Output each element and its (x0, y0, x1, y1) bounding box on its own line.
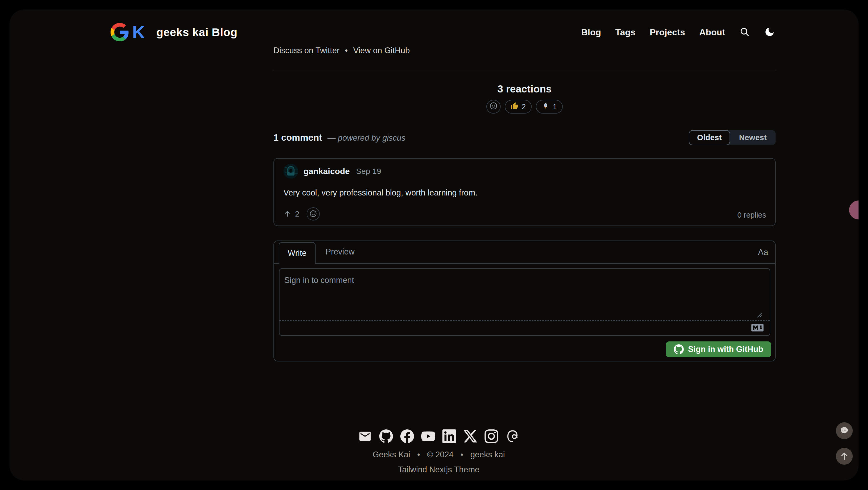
thumbs-up-icon (510, 102, 519, 112)
resize-handle[interactable] (755, 311, 763, 319)
chat-bubble-icon (840, 426, 849, 436)
site-title: geeks kai Blog (156, 26, 238, 39)
smiley-icon (309, 209, 317, 219)
view-github-link[interactable]: View on GitHub (353, 46, 410, 55)
rocket-icon (541, 102, 550, 112)
markdown-icon[interactable] (751, 323, 764, 333)
reactions-title: 3 reactions (274, 83, 776, 95)
top-nav: Blog Tags Projects About (581, 26, 775, 38)
nav-link-projects[interactable]: Projects (650, 27, 685, 37)
gk-logo-icon: K (111, 23, 144, 41)
moon-icon (764, 26, 775, 38)
arrow-up-icon (839, 451, 849, 462)
smiley-icon (489, 102, 498, 112)
comment-body: Very cool, very professional blog, worth… (283, 188, 477, 198)
upvote-count: 2 (295, 210, 299, 219)
comment-card: gankaicode Sep 19 Very cool, very profes… (274, 158, 776, 226)
theme-link[interactable]: Tailwind Nextjs Theme (398, 465, 479, 474)
footer-separator: • (461, 450, 463, 459)
footer-year: © 2024 (427, 450, 454, 459)
page: K geeks kai Blog Blog Tags Projects Abou… (9, 9, 859, 481)
comment-editor-card: Write Preview Aa Sign in to comment (274, 240, 776, 362)
social-github-icon[interactable] (379, 429, 393, 443)
site-logo-link[interactable]: K geeks kai Blog (111, 23, 238, 41)
textarea-placeholder: Sign in to comment (284, 276, 354, 285)
comment-add-reaction-button[interactable] (307, 207, 320, 221)
search-icon (739, 27, 750, 38)
reaction-count: 2 (522, 103, 526, 111)
social-linkedin-icon[interactable] (442, 429, 456, 443)
footer-theme: Tailwind Nextjs Theme (19, 465, 859, 474)
sort-oldest-button[interactable]: Oldest (689, 130, 730, 145)
social-x-icon[interactable] (463, 429, 477, 443)
reaction-count: 1 (553, 103, 557, 111)
header: K geeks kai Blog Blog Tags Projects Abou… (111, 20, 775, 44)
social-mail-icon[interactable] (358, 429, 372, 443)
powered-by-giscus: — powered by giscus (328, 133, 405, 143)
avatar[interactable] (283, 164, 298, 179)
nav-link-blog[interactable]: Blog (581, 27, 601, 37)
social-threads-icon[interactable] (505, 429, 519, 443)
social-instagram-icon[interactable] (485, 429, 498, 443)
divider (274, 70, 776, 70)
discuss-twitter-link[interactable]: Discuss on Twitter (274, 46, 340, 55)
footer-social-icons (19, 429, 859, 443)
footer-copyright: Geeks Kai • © 2024 • geeks kai (19, 450, 859, 459)
share-separator: • (345, 46, 348, 55)
comment-actions: 2 (283, 207, 320, 221)
comment-count: 1 comment (274, 132, 322, 143)
tab-write[interactable]: Write (279, 242, 316, 264)
upvote-button[interactable] (283, 210, 291, 219)
comment-author[interactable]: gankaicode (304, 167, 350, 176)
comment-textarea[interactable]: Sign in to comment (279, 268, 770, 336)
nav-link-tags[interactable]: Tags (615, 27, 636, 37)
footer-separator: • (417, 450, 420, 459)
reaction-thumbs-up-button[interactable]: 2 (505, 100, 532, 114)
article-footer-section: Discuss on Twitter • View on GitHub 3 re… (274, 45, 776, 377)
scroll-to-top-button[interactable] (836, 448, 853, 465)
github-icon (674, 344, 684, 354)
footer-author-link[interactable]: geeks kai (470, 450, 505, 459)
up-arrow-icon (283, 210, 291, 219)
sign-in-label: Sign in with GitHub (688, 345, 763, 354)
editor-tabbar: Write Preview Aa (274, 241, 775, 264)
svg-text:K: K (132, 23, 144, 41)
replies-count: 0 replies (737, 211, 766, 220)
sort-newest-button[interactable]: Newest (730, 130, 776, 145)
comments-header: 1 comment — powered by giscus Oldest New… (274, 130, 776, 145)
comment-date[interactable]: Sep 19 (356, 167, 381, 176)
reactions-row: 2 1 (274, 100, 776, 114)
pink-notification-bubble[interactable] (849, 200, 859, 220)
search-button[interactable] (739, 27, 750, 38)
add-reaction-button[interactable] (486, 100, 501, 114)
tab-preview[interactable]: Preview (316, 240, 365, 263)
nav-link-about[interactable]: About (699, 27, 725, 37)
reaction-rocket-button[interactable]: 1 (536, 100, 563, 114)
sort-toggle: Oldest Newest (689, 130, 776, 145)
theme-toggle-button[interactable] (764, 26, 775, 38)
editor-toolbar (280, 321, 770, 335)
sign-in-github-button[interactable]: Sign in with GitHub (666, 341, 771, 357)
social-facebook-icon[interactable] (400, 429, 414, 443)
footer-site-link[interactable]: Geeks Kai (373, 450, 410, 459)
share-links: Discuss on Twitter • View on GitHub (274, 46, 410, 55)
text-formatting-toggle[interactable]: Aa (758, 248, 775, 257)
comment-head: gankaicode Sep 19 (283, 164, 381, 179)
chat-widget-button[interactable] (836, 422, 853, 439)
social-youtube-icon[interactable] (422, 429, 435, 443)
